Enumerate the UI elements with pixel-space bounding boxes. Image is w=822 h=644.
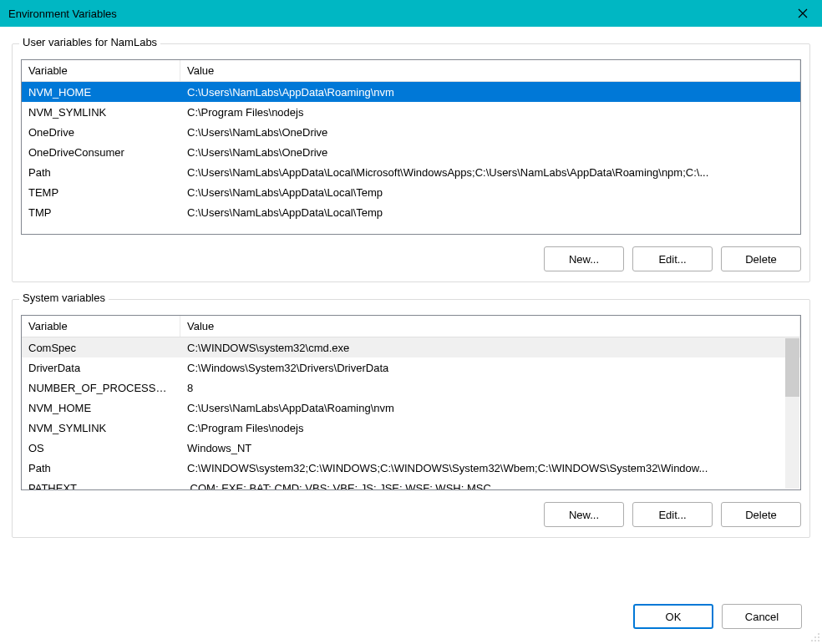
svg-point-5 <box>818 640 819 641</box>
table-row[interactable]: OneDriveConsumerC:\Users\NamLabs\OneDriv… <box>22 142 800 162</box>
cell-variable: NVM_HOME <box>22 400 180 416</box>
table-row[interactable]: NUMBER_OF_PROCESSORS8 <box>22 378 800 398</box>
table-row[interactable]: PathC:\Users\NamLabs\AppData\Local\Micro… <box>22 162 800 182</box>
system-header-variable[interactable]: Variable <box>22 316 180 337</box>
table-row[interactable]: NVM_SYMLINKC:\Program Files\nodejs <box>22 418 800 438</box>
user-header-value[interactable]: Value <box>180 60 800 81</box>
cell-variable: NVM_SYMLINK <box>22 104 180 120</box>
dialog-content: User variables for NamLabs Variable Valu… <box>0 27 822 596</box>
resize-grip-icon[interactable] <box>809 631 820 642</box>
user-variables-group: User variables for NamLabs Variable Valu… <box>12 43 810 282</box>
table-row[interactable]: TMPC:\Users\NamLabs\AppData\Local\Temp <box>22 202 800 222</box>
table-row[interactable]: NVM_SYMLINKC:\Program Files\nodejs <box>22 102 800 122</box>
table-row[interactable]: TEMPC:\Users\NamLabs\AppData\Local\Temp <box>22 182 800 202</box>
table-row[interactable]: DriverDataC:\Windows\System32\Drivers\Dr… <box>22 357 800 378</box>
titlebar: Environment Variables <box>0 0 822 27</box>
cell-value: C:\Program Files\nodejs <box>180 420 800 436</box>
cell-variable: NVM_HOME <box>22 84 180 100</box>
ok-button[interactable]: OK <box>633 604 713 629</box>
cell-value: C:\WINDOWS\system32;C:\WINDOWS;C:\WINDOW… <box>180 460 800 476</box>
scrollbar-thumb[interactable] <box>785 338 799 397</box>
cell-value: C:\Users\NamLabs\AppData\Local\Temp <box>180 185 800 200</box>
cancel-button[interactable]: Cancel <box>722 604 802 629</box>
table-row[interactable]: OneDriveC:\Users\NamLabs\OneDrive <box>22 122 800 142</box>
cell-variable: DriverData <box>22 360 180 376</box>
system-variables-group: System variables Variable Value ComSpecC… <box>12 299 810 538</box>
svg-point-2 <box>818 636 819 638</box>
table-row[interactable]: PathC:\WINDOWS\system32;C:\WINDOWS;C:\WI… <box>22 458 800 478</box>
system-variables-legend: System variables <box>19 292 109 304</box>
dialog-footer: OK Cancel <box>0 596 822 644</box>
cell-variable: OS <box>22 440 180 456</box>
user-button-row: New... Edit... Delete <box>21 246 801 271</box>
window-title: Environment Variables <box>8 8 117 20</box>
cell-variable: NUMBER_OF_PROCESSORS <box>22 380 180 396</box>
cell-value: C:\Users\NamLabs\AppData\Roaming\nvm <box>180 400 800 416</box>
system-scrollbar[interactable] <box>785 338 799 489</box>
cell-value: C:\Users\NamLabs\AppData\Local\Temp <box>180 205 800 221</box>
cell-variable: OneDrive <box>22 124 180 140</box>
svg-point-3 <box>811 640 813 641</box>
table-row[interactable]: ComSpecC:\WINDOWS\system32\cmd.exe <box>22 337 800 357</box>
system-header-value[interactable]: Value <box>180 316 800 337</box>
user-edit-button[interactable]: Edit... <box>632 246 713 271</box>
table-row[interactable]: NVM_HOMEC:\Users\NamLabs\AppData\Roaming… <box>22 82 800 102</box>
user-table-rows: NVM_HOMEC:\Users\NamLabs\AppData\Roaming… <box>22 82 800 222</box>
cell-variable: TEMP <box>22 185 180 200</box>
cell-variable: TMP <box>22 205 180 221</box>
user-delete-button[interactable]: Delete <box>721 246 801 271</box>
cell-variable: OneDriveConsumer <box>22 145 180 160</box>
system-delete-button[interactable]: Delete <box>721 502 801 527</box>
system-new-button[interactable]: New... <box>544 502 624 527</box>
cell-value: C:\Program Files\nodejs <box>180 104 800 120</box>
system-edit-button[interactable]: Edit... <box>632 502 713 527</box>
svg-point-4 <box>814 640 816 641</box>
cell-value: 8 <box>180 380 800 396</box>
user-header-variable[interactable]: Variable <box>22 60 180 81</box>
cell-variable: PATHEXT <box>22 480 180 491</box>
cell-variable: Path <box>22 165 180 180</box>
user-new-button[interactable]: New... <box>544 246 624 271</box>
cell-value: C:\Users\NamLabs\AppData\Roaming\nvm <box>180 84 800 100</box>
svg-point-1 <box>814 636 816 638</box>
close-button[interactable] <box>784 0 822 27</box>
user-variables-legend: User variables for NamLabs <box>19 36 160 48</box>
system-table-rows: ComSpecC:\WINDOWS\system32\cmd.exeDriver… <box>22 337 800 490</box>
cell-variable: NVM_SYMLINK <box>22 420 180 436</box>
cell-value: C:\Users\NamLabs\OneDrive <box>180 124 800 140</box>
svg-point-0 <box>818 633 819 635</box>
cell-value: C:\Windows\System32\Drivers\DriverData <box>180 360 800 376</box>
cell-value: C:\WINDOWS\system32\cmd.exe <box>180 340 800 356</box>
close-icon <box>798 8 808 18</box>
cell-value: C:\Users\NamLabs\AppData\Local\Microsoft… <box>180 165 800 180</box>
cell-value: C:\Users\NamLabs\OneDrive <box>180 145 800 160</box>
cell-value: .COM;.EXE;.BAT;.CMD;.VBS;.VBE;.JS;.JSE;.… <box>180 480 800 491</box>
system-variables-table[interactable]: Variable Value ComSpecC:\WINDOWS\system3… <box>21 315 801 490</box>
system-table-headers: Variable Value <box>22 316 800 337</box>
table-row[interactable]: OSWindows_NT <box>22 438 800 458</box>
user-table-headers: Variable Value <box>22 60 800 82</box>
system-button-row: New... Edit... Delete <box>21 502 801 527</box>
table-row[interactable]: PATHEXT.COM;.EXE;.BAT;.CMD;.VBS;.VBE;.JS… <box>22 478 800 490</box>
cell-variable: Path <box>22 460 180 476</box>
user-variables-table[interactable]: Variable Value NVM_HOMEC:\Users\NamLabs\… <box>21 59 801 235</box>
cell-value: Windows_NT <box>180 440 800 456</box>
cell-variable: ComSpec <box>22 340 180 356</box>
table-row[interactable]: NVM_HOMEC:\Users\NamLabs\AppData\Roaming… <box>22 398 800 418</box>
